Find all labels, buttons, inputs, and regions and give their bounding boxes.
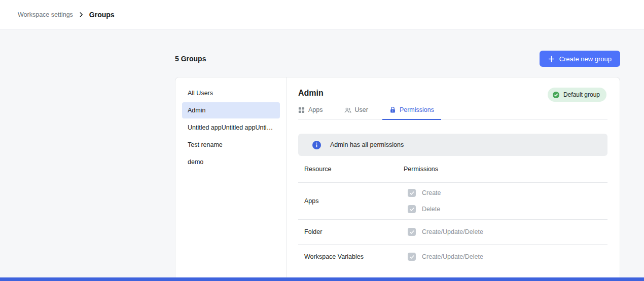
group-item-label: Admin bbox=[188, 107, 205, 114]
plus-icon bbox=[548, 56, 555, 62]
resource-name: Workspace Variables bbox=[298, 253, 404, 260]
group-item-untitled-app[interactable]: Untitled appUntitled appUntitle… bbox=[182, 119, 280, 136]
permissions-cell: Create Delete bbox=[404, 189, 441, 213]
resource-name: Folder bbox=[298, 228, 404, 235]
group-item-all-users[interactable]: All Users bbox=[182, 85, 280, 101]
permission-crud: Create/Update/Delete bbox=[408, 228, 483, 236]
info-icon bbox=[312, 140, 321, 150]
permission-crud: Create/Update/Delete bbox=[408, 253, 483, 261]
breadcrumb-current-groups: Groups bbox=[89, 11, 115, 19]
permission-label: Create/Update/Delete bbox=[422, 253, 483, 260]
groups-header-row: 5 Groups Create new group bbox=[175, 51, 620, 67]
default-group-badge-label: Default group bbox=[563, 91, 600, 98]
tab-apps-label: Apps bbox=[308, 106, 323, 113]
checkbox-checked-icon[interactable] bbox=[408, 189, 416, 197]
group-list: All Users Admin Untitled appUntitled app… bbox=[175, 77, 287, 281]
info-banner-text: Admin has all permissions bbox=[330, 141, 404, 148]
create-new-group-label: Create new group bbox=[559, 55, 612, 63]
tab-permissions-label: Permissions bbox=[400, 106, 434, 113]
breadcrumb-workspace-settings[interactable]: Workspace settings bbox=[18, 11, 73, 18]
permission-create: Create bbox=[408, 189, 441, 197]
table-row-workspace-variables: Workspace Variables Create/Update/Delete bbox=[298, 245, 607, 269]
resource-name: Apps bbox=[298, 197, 404, 205]
group-item-label: Test rename bbox=[188, 141, 223, 148]
groups-count-label: 5 Groups bbox=[175, 55, 206, 63]
group-detail-panel: Admin Default group bbox=[287, 77, 620, 281]
lock-icon bbox=[389, 106, 396, 113]
permissions-table-header: Resource Permissions bbox=[298, 156, 607, 183]
permission-delete: Delete bbox=[408, 205, 441, 213]
permissions-info-banner: Admin has all permissions bbox=[298, 134, 607, 156]
group-tabs: Apps User bbox=[298, 106, 607, 120]
group-item-test-rename[interactable]: Test rename bbox=[182, 137, 280, 153]
group-item-label: demo bbox=[188, 158, 203, 166]
permission-label: Create/Update/Delete bbox=[422, 228, 483, 235]
check-circle-icon bbox=[552, 91, 560, 99]
tab-permissions[interactable]: Permissions bbox=[389, 106, 434, 119]
groups-card: All Users Admin Untitled appUntitled app… bbox=[175, 77, 620, 281]
chevron-right-icon bbox=[78, 11, 85, 18]
group-item-admin[interactable]: Admin bbox=[182, 102, 280, 118]
breadcrumb: Workspace settings Groups bbox=[0, 0, 644, 29]
checkbox-checked-icon[interactable] bbox=[408, 253, 416, 261]
default-group-badge: Default group bbox=[548, 88, 606, 102]
tab-apps[interactable]: Apps bbox=[298, 106, 323, 119]
bottom-accent-bar bbox=[0, 277, 644, 281]
apps-grid-icon bbox=[298, 107, 305, 113]
tab-user-label: User bbox=[355, 106, 368, 113]
checkbox-checked-icon[interactable] bbox=[408, 228, 416, 236]
table-row-folder: Folder Create/Update/Delete bbox=[298, 220, 607, 245]
table-row-apps: Apps Create bbox=[298, 183, 607, 220]
resource-column-header: Resource bbox=[298, 166, 404, 173]
group-item-label: Untitled appUntitled appUntitle… bbox=[188, 124, 274, 131]
group-item-demo[interactable]: demo bbox=[182, 154, 280, 170]
app-root: Workspace settings Groups 5 Groups Creat… bbox=[0, 0, 644, 281]
checkbox-checked-icon[interactable] bbox=[408, 205, 416, 213]
permissions-column-header: Permissions bbox=[404, 166, 438, 173]
permission-label: Delete bbox=[422, 206, 440, 213]
group-item-label: All Users bbox=[188, 90, 213, 97]
permission-label: Create bbox=[422, 189, 441, 196]
create-new-group-button[interactable]: Create new group bbox=[540, 51, 620, 67]
permissions-cell: Create/Update/Delete bbox=[404, 228, 483, 236]
users-icon bbox=[344, 107, 351, 113]
permissions-cell: Create/Update/Delete bbox=[404, 253, 483, 261]
tab-user[interactable]: User bbox=[344, 106, 368, 119]
